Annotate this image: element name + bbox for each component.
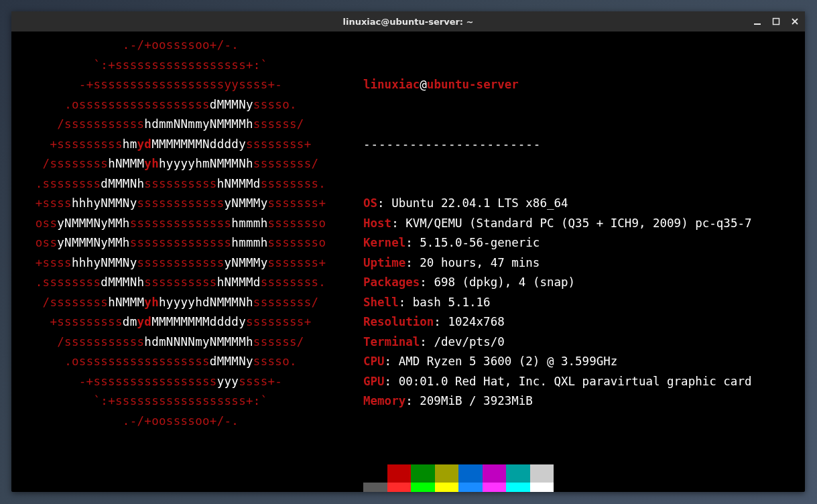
- svg-rect-0: [754, 23, 761, 25]
- close-button[interactable]: [790, 17, 800, 26]
- info-line-gpu: GPU: 00:01.0 Red Hat, Inc. QXL paravirtu…: [363, 372, 752, 392]
- color-swatch: [387, 483, 412, 493]
- color-swatch: [530, 464, 554, 483]
- color-swatch: [458, 483, 483, 493]
- color-swatch: [506, 464, 530, 483]
- window-title: linuxiac@ubuntu-server: ~: [11, 17, 805, 27]
- info-line-shell: Shell: bash 5.1.16: [363, 293, 752, 313]
- minimize-button[interactable]: [753, 17, 762, 26]
- info-line-resolution: Resolution: 1024x768: [363, 312, 752, 332]
- color-swatch: [411, 483, 435, 493]
- terminal-window: linuxiac@ubuntu-server: ~ .-/+oossssoo+/…: [11, 11, 805, 492]
- info-line-os: OS: Ubuntu 22.04.1 LTS x86_64: [363, 194, 752, 214]
- user-host-line: linuxiac@ubuntu-server: [363, 75, 752, 95]
- color-swatch: [363, 464, 387, 483]
- info-line-kernel: Kernel: 5.15.0-56-generic: [363, 233, 752, 253]
- color-palette: [363, 464, 752, 493]
- color-swatch: [458, 464, 483, 483]
- neofetch-output: .-/+oossssoo+/-.`:+ssssssssssssssssss+:`…: [11, 36, 805, 492]
- info-line-uptime: Uptime: 20 hours, 47 mins: [363, 253, 752, 273]
- info-line-terminal: Terminal: /dev/pts/0: [363, 332, 752, 353]
- svg-rect-1: [773, 19, 779, 25]
- color-swatch: [387, 464, 412, 483]
- color-swatch: [435, 483, 459, 493]
- color-swatch: [483, 483, 507, 493]
- ascii-logo: .-/+oossssoo+/-.`:+ssssssssssssssssss+:`…: [11, 36, 350, 431]
- info-line-memory: Memory: 209MiB / 3923MiB: [363, 391, 752, 412]
- terminal-body[interactable]: .-/+oossssoo+/-.`:+ssssssssssssssssss+:`…: [11, 32, 805, 492]
- window-controls: [753, 11, 800, 32]
- maximize-button[interactable]: [771, 17, 781, 26]
- color-swatch: [411, 464, 435, 483]
- info-line-packages: Packages: 698 (dpkg), 4 (snap): [363, 273, 752, 293]
- info-line-host: Host: KVM/QEMU (Standard PC (Q35 + ICH9,…: [363, 214, 752, 234]
- color-swatch: [483, 464, 507, 483]
- separator: -----------------------: [363, 135, 752, 155]
- color-swatch: [506, 483, 530, 493]
- window-titlebar[interactable]: linuxiac@ubuntu-server: ~: [11, 11, 805, 32]
- color-swatch: [530, 483, 554, 493]
- color-swatch: [435, 464, 459, 483]
- color-swatch: [363, 483, 387, 493]
- system-info: linuxiac@ubuntu-server -----------------…: [363, 36, 752, 492]
- info-line-cpu: CPU: AMD Ryzen 5 3600 (2) @ 3.599GHz: [363, 352, 752, 372]
